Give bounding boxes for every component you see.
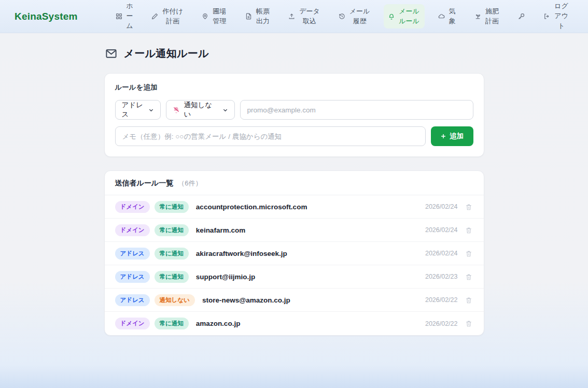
nav-item-home[interactable]: ホーム [111, 0, 138, 34]
nav-item-weather[interactable]: 気象 [433, 4, 461, 29]
nav-item-label: ホーム [126, 2, 134, 31]
rule-type-select[interactable]: アドレス [115, 100, 161, 120]
rule-type-badge: ドメイン [115, 201, 150, 213]
rule-date: 2026/02/23 [425, 273, 458, 280]
rule-value: store-news@amazon.co.jp [202, 296, 290, 304]
page-title-text: メール通知ルール [124, 47, 209, 61]
add-rule-heading: ルールを追加 [115, 83, 473, 92]
top-navbar: KeinaSystem ホーム 作付け計画 圃場管理 帳票出力 [0, 0, 588, 33]
sender-rules-header: 送信者ルール一覧 （6件） [105, 171, 484, 195]
rule-date: 2026/02/24 [425, 203, 458, 210]
nav-item-report-output[interactable]: 帳票出力 [241, 4, 275, 29]
sender-rules-count: （6件） [178, 179, 202, 188]
rule-value: accountprotection.microsoft.com [196, 203, 307, 211]
rule-row: ドメイン 常に通知 keinafarm.com 2026/02/24 [105, 219, 484, 242]
nav-item-label: 帳票出力 [256, 7, 271, 26]
rule-type-badge: アドレス [115, 248, 150, 260]
add-rule-row1: アドレス 通知しない [115, 100, 473, 120]
delete-rule-button[interactable] [464, 225, 473, 235]
nav-item-key[interactable] [513, 10, 530, 23]
rule-value: akiracraftwork@infoseek.jp [196, 250, 287, 257]
plus-icon [440, 133, 446, 139]
rule-date: 2026/02/22 [425, 296, 458, 304]
nav-item-label: 作付け計画 [162, 7, 184, 26]
sender-rules-card: 送信者ルール一覧 （6件） ドメイン 常に通知 accountprotectio… [104, 170, 484, 336]
history-icon [339, 13, 345, 20]
main-content: メール通知ルール ルールを追加 アドレス 通知しない [104, 33, 484, 336]
nav-item-planting-plan[interactable]: 作付け計画 [147, 4, 188, 29]
rule-notify-badge: 常に通知 [155, 248, 189, 260]
envelope-icon [105, 48, 117, 60]
add-rule-button[interactable]: 追加 [431, 126, 473, 146]
rule-value: amazon.co.jp [196, 320, 241, 327]
add-rule-row2: 追加 [115, 126, 473, 146]
bell-slash-icon [173, 106, 180, 113]
nav-item-label: データ取込 [299, 7, 320, 26]
email-pattern-input[interactable] [240, 100, 473, 120]
logout-icon [543, 13, 550, 20]
rule-notify-badge: 常に通知 [155, 201, 189, 213]
nav-item-mail-rules[interactable]: メールルール [384, 4, 425, 29]
delete-rule-button[interactable] [464, 295, 473, 305]
page-title: メール通知ルール [104, 47, 484, 61]
nav-item-field-management[interactable]: 圃場管理 [197, 4, 232, 29]
rule-row: ドメイン 常に通知 accountprotection.microsoft.co… [105, 195, 484, 219]
chevron-down-icon [148, 107, 154, 113]
rule-notify-badge: 常に通知 [155, 224, 189, 236]
rule-value: support@iijmio.jp [196, 273, 255, 281]
rule-row: アドレス 常に通知 support@iijmio.jp 2026/02/23 [105, 265, 484, 289]
document-icon [245, 13, 252, 20]
nav-item-mail-history[interactable]: メール履歴 [334, 4, 375, 29]
rule-value: keinafarm.com [196, 226, 245, 234]
notify-mode-select[interactable]: 通知しない [166, 100, 235, 120]
rule-date: 2026/02/24 [425, 226, 458, 234]
rule-date: 2026/02/22 [425, 320, 458, 327]
memo-input[interactable] [115, 126, 426, 146]
nav-item-label: 気象 [449, 7, 456, 26]
rule-notify-badge: 通知しない [155, 294, 195, 306]
rule-type-badge: ドメイン [115, 224, 150, 236]
rule-notify-badge: 常に通知 [155, 271, 189, 283]
brand-logo: KeinaSystem [15, 11, 78, 22]
delete-rule-button[interactable] [464, 202, 473, 212]
upload-icon [288, 13, 295, 20]
delete-rule-button[interactable] [464, 272, 473, 282]
nav-item-logout[interactable]: ログアウト [539, 0, 573, 34]
nav-item-fertilizer-plan[interactable]: 施肥計画 [470, 4, 505, 29]
chevron-down-icon [222, 107, 228, 113]
rule-type-badge: アドレス [115, 271, 150, 283]
rule-type-badge: アドレス [115, 294, 150, 306]
key-icon [517, 12, 525, 20]
rule-type-badge: ドメイン [115, 318, 150, 329]
nav-item-label: メールルール [398, 7, 420, 26]
rule-date: 2026/02/24 [425, 250, 458, 257]
rule-notify-badge: 常に通知 [155, 318, 189, 329]
nav-item-label: 圃場管理 [212, 7, 227, 26]
map-pin-icon [202, 13, 208, 20]
grid-icon [116, 13, 122, 20]
cloud-icon [438, 13, 445, 20]
add-button-label: 追加 [450, 132, 464, 141]
delete-rule-button[interactable] [464, 319, 473, 328]
nav-item-label: 施肥計画 [485, 7, 500, 26]
rule-row: アドレス 常に通知 akiracraftwork@infoseek.jp 202… [105, 242, 484, 265]
rule-row: アドレス 通知しない store-news@amazon.co.jp 2026/… [105, 289, 484, 312]
delete-rule-button[interactable] [464, 249, 473, 258]
rule-row: ドメイン 常に通知 amazon.co.jp 2026/02/22 [105, 312, 484, 335]
nav-items: ホーム 作付け計画 圃場管理 帳票出力 データ取込 [111, 0, 573, 34]
add-rule-card: ルールを追加 アドレス 通知しない [104, 73, 484, 157]
nav-item-data-import[interactable]: データ取込 [284, 4, 325, 29]
notify-mode-value: 通知しない [184, 100, 218, 119]
sprout-icon [474, 13, 481, 20]
bell-icon [388, 13, 395, 20]
pencil-icon [151, 13, 158, 20]
nav-item-label: メール履歴 [349, 7, 371, 26]
nav-item-label: ログアウト [554, 2, 569, 31]
sender-rules-heading: 送信者ルール一覧 [115, 179, 174, 188]
rule-type-value: アドレス [122, 100, 144, 119]
